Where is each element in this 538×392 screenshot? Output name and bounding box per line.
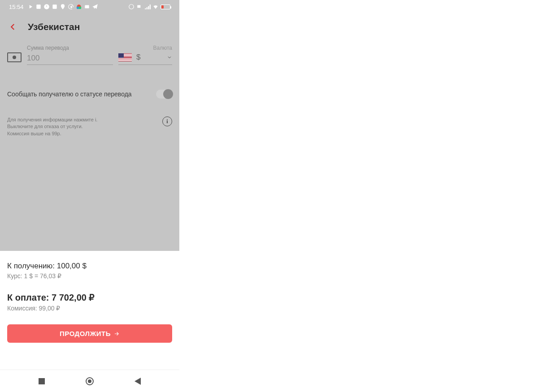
money-icon [7, 52, 22, 62]
amount-form-row: Сумма перевода Валюта $ [0, 40, 179, 69]
telegram-icon [92, 4, 98, 10]
page-title: Узбекистан [28, 22, 80, 32]
network-icon [136, 4, 143, 10]
svg-rect-1 [52, 4, 56, 9]
nav-recent-button[interactable] [39, 378, 45, 384]
exchange-rate: Курс: 1 $ = 76,03 ₽ [7, 272, 172, 280]
status-icons-right [128, 4, 170, 10]
back-button[interactable] [9, 23, 17, 31]
notify-toggle-row: Сообщать получателю о статусе перевода [0, 69, 179, 108]
notify-toggle[interactable] [156, 90, 172, 99]
info-text: Для получения информации нажмите i. Выкл… [7, 116, 97, 137]
play-icon [27, 4, 34, 10]
currency-symbol: $ [136, 53, 162, 62]
upper-section: 15:54 Узбекистан [0, 0, 179, 251]
alarm-icon [43, 4, 50, 10]
svg-rect-0 [36, 4, 40, 9]
app-icon-2 [52, 4, 58, 10]
fee-amount: Комиссия: 99,00 ₽ [7, 305, 172, 312]
amount-input-group: Сумма перевода [27, 45, 113, 65]
info-row: Для получения информации нажмите i. Выкл… [0, 108, 179, 146]
info-icon[interactable]: i [162, 116, 172, 126]
phone-screen: 15:54 Узбекистан [0, 0, 179, 392]
nav-home-button[interactable] [86, 377, 94, 385]
status-time: 15:54 [9, 4, 24, 10]
status-bar: 15:54 [0, 0, 179, 13]
svg-rect-7 [137, 5, 140, 8]
notify-toggle-label: Сообщать получателю о статусе перевода [7, 90, 132, 98]
alarm-status-icon [128, 4, 134, 10]
status-icons-left [27, 4, 128, 10]
usa-flag-icon [118, 53, 132, 61]
android-nav-bar [0, 370, 179, 392]
wifi-icon [152, 4, 159, 10]
at-icon [68, 4, 74, 10]
battery-icon [161, 4, 170, 9]
svg-point-4 [78, 6, 81, 9]
app-icon-1 [35, 4, 42, 10]
nav-back-button[interactable] [134, 378, 141, 385]
info-line-1: Для получения информации нажмите i. [7, 116, 97, 123]
arrow-right-icon [113, 331, 120, 337]
amount-input[interactable] [27, 52, 113, 65]
camera-icon [84, 4, 90, 10]
pay-amount: К оплате: 7 702,00 ₽ [7, 292, 172, 303]
receive-amount: К получению: 100,00 $ [7, 262, 172, 271]
currency-group: Валюта $ [118, 45, 172, 65]
summary-section: К получению: 100,00 $ Курс: 1 $ = 76,03 … [0, 251, 179, 324]
chevron-down-icon [167, 55, 172, 60]
info-line-2: Выключите для отказа от услуги. [7, 123, 97, 130]
continue-button[interactable]: ПРОДОЛЖИТЬ [7, 324, 172, 343]
continue-label: ПРОДОЛЖИТЬ [60, 330, 111, 337]
signal-icon [144, 4, 151, 10]
currency-select[interactable]: $ [118, 52, 172, 65]
amount-label: Сумма перевода [27, 45, 113, 51]
info-line-3: Комиссия выше на 99р. [7, 130, 97, 137]
location-icon [60, 4, 66, 10]
header: Узбекистан [0, 13, 179, 40]
svg-rect-5 [85, 5, 89, 9]
currency-label: Валюта [118, 45, 172, 51]
colorful-icon [76, 4, 82, 10]
svg-point-6 [129, 4, 134, 9]
